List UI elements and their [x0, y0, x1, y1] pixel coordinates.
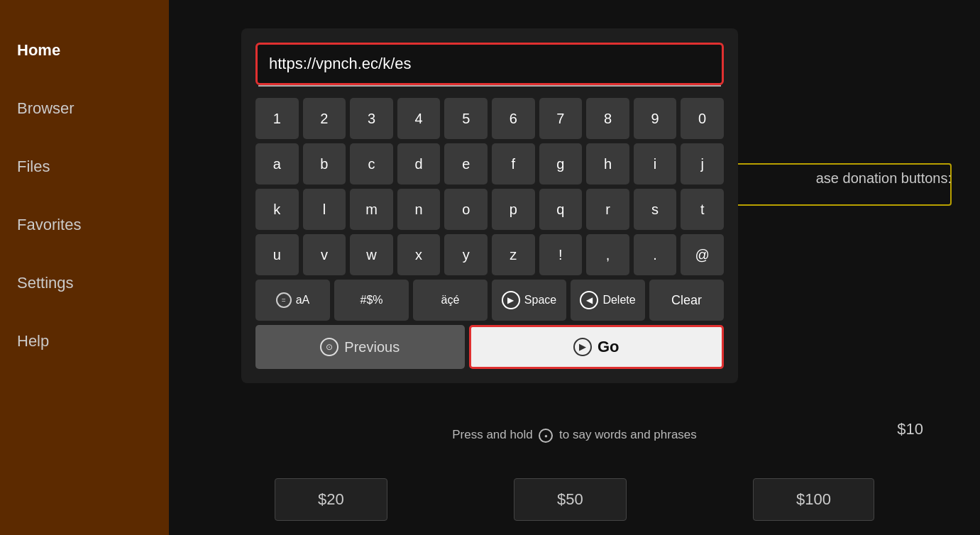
key-c[interactable]: c	[350, 143, 393, 184]
key-f[interactable]: f	[492, 143, 535, 184]
key-k[interactable]: k	[255, 189, 299, 230]
key-x[interactable]: x	[397, 234, 441, 275]
key-symbols[interactable]: #$%	[334, 280, 409, 321]
key-7[interactable]: 7	[539, 98, 583, 139]
go-icon: ▶	[573, 338, 592, 356]
sidebar-item-settings[interactable]: Settings	[0, 261, 169, 305]
key-u[interactable]: u	[255, 234, 299, 275]
key-exclaim[interactable]: !	[539, 234, 583, 275]
donation-prices: $20 $50 $100	[169, 478, 980, 521]
key-h[interactable]: h	[586, 143, 629, 184]
key-accents[interactable]: äçé	[413, 280, 488, 321]
play-icon: ▶	[502, 291, 520, 309]
key-1[interactable]: 1	[255, 98, 299, 139]
key-comma[interactable]: ,	[586, 234, 629, 275]
key-period[interactable]: .	[634, 234, 677, 275]
keyboard-row-k-t: k l m n o p q r s t	[255, 189, 724, 230]
donation-100[interactable]: $100	[753, 478, 874, 521]
key-b[interactable]: b	[303, 143, 346, 184]
sidebar-item-favorites[interactable]: Favorites	[0, 203, 169, 247]
key-6[interactable]: 6	[492, 98, 535, 139]
key-4[interactable]: 4	[397, 98, 441, 139]
keyboard-row-numbers: 1 2 3 4 5 6 7 8 9 0	[255, 98, 724, 139]
keyboard-row-u-at: u v w x y z ! , . @	[255, 234, 724, 275]
sidebar-item-files[interactable]: Files	[0, 145, 169, 189]
key-z[interactable]: z	[492, 234, 535, 275]
key-j[interactable]: j	[681, 143, 724, 184]
key-m[interactable]: m	[350, 189, 393, 230]
key-y[interactable]: y	[444, 234, 488, 275]
go-button[interactable]: ▶ Go	[469, 325, 724, 369]
key-2[interactable]: 2	[303, 98, 346, 139]
sidebar: Home Browser Files Favorites Settings He…	[0, 0, 169, 535]
key-5[interactable]: 5	[444, 98, 488, 139]
key-l[interactable]: l	[303, 189, 346, 230]
back-icon: ◀	[580, 291, 598, 309]
sidebar-item-help[interactable]: Help	[0, 319, 169, 363]
previous-button[interactable]: ⊙ Previous	[255, 325, 465, 369]
action-row: ⊙ Previous ▶ Go	[255, 325, 724, 369]
eq-icon: =	[276, 292, 292, 308]
key-t[interactable]: t	[681, 189, 724, 230]
url-input-wrapper	[255, 43, 724, 87]
key-space[interactable]: ▶ Space	[492, 280, 566, 321]
key-clear[interactable]: Clear	[649, 280, 724, 321]
url-input[interactable]	[255, 43, 724, 85]
donation-10: $10	[897, 420, 923, 439]
key-e[interactable]: e	[444, 143, 488, 184]
previous-icon: ⊙	[320, 338, 338, 356]
url-underline	[258, 85, 721, 87]
key-9[interactable]: 9	[634, 98, 677, 139]
key-0[interactable]: 0	[681, 98, 724, 139]
key-case-toggle[interactable]: = aA	[255, 280, 330, 321]
key-i[interactable]: i	[634, 143, 677, 184]
donation-hint: ase donation buttons:	[816, 170, 952, 187]
key-r[interactable]: r	[586, 189, 629, 230]
key-p[interactable]: p	[492, 189, 535, 230]
donation-20[interactable]: $20	[275, 478, 387, 521]
key-delete[interactable]: ◀ Delete	[571, 280, 645, 321]
keyboard-row-a-j: a b c d e f g h i j	[255, 143, 724, 184]
sidebar-item-browser[interactable]: Browser	[0, 87, 169, 131]
press-hold-hint: Press and hold to say words and phrases	[169, 428, 980, 443]
keyboard-overlay: 1 2 3 4 5 6 7 8 9 0 a b c d e f g h i j …	[241, 28, 738, 383]
key-o[interactable]: o	[444, 189, 488, 230]
mic-icon	[539, 429, 553, 443]
key-8[interactable]: 8	[586, 98, 629, 139]
key-v[interactable]: v	[303, 234, 346, 275]
keyboard-row-special: = aA #$% äçé ▶ Space ◀ Delete Clear	[255, 280, 724, 321]
key-at[interactable]: @	[681, 234, 724, 275]
key-q[interactable]: q	[539, 189, 583, 230]
donation-50[interactable]: $50	[514, 478, 627, 521]
key-a[interactable]: a	[255, 143, 299, 184]
key-w[interactable]: w	[350, 234, 393, 275]
key-g[interactable]: g	[539, 143, 583, 184]
key-3[interactable]: 3	[350, 98, 393, 139]
key-s[interactable]: s	[634, 189, 677, 230]
key-n[interactable]: n	[397, 189, 441, 230]
sidebar-item-home[interactable]: Home	[0, 28, 169, 72]
key-d[interactable]: d	[397, 143, 441, 184]
